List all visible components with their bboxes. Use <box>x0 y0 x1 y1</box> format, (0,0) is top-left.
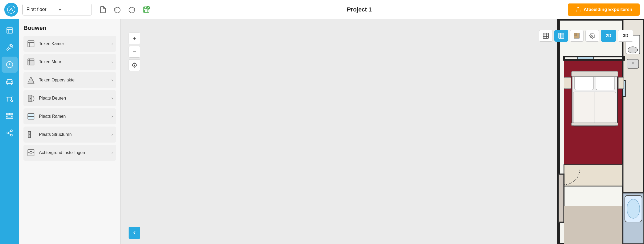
svg-marker-26 <box>28 77 34 83</box>
svg-point-41 <box>134 65 135 66</box>
panel-item-plaats-deuren[interactable]: Plaats Deuren › <box>23 90 116 106</box>
svg-rect-73 <box>618 77 624 89</box>
view-wireframe-fill-button[interactable] <box>554 30 568 42</box>
panel-item-plaats-ramen[interactable]: Plaats Ramen › <box>23 108 116 124</box>
wall-draw-icon <box>27 58 35 66</box>
settings-icon <box>27 148 35 157</box>
crosshair-icon <box>132 62 137 68</box>
svg-point-19 <box>7 132 9 134</box>
toolbar-icons <box>98 5 151 14</box>
door-icon <box>27 94 35 103</box>
export-icon <box>575 7 581 13</box>
sidebar <box>0 19 19 244</box>
svg-rect-62 <box>577 57 593 59</box>
panel-item-plaats-structuren[interactable]: Plaats Structuren › <box>23 127 116 143</box>
arrow-left-icon <box>132 230 137 236</box>
topbar: First floor ▼ <box>0 0 644 19</box>
chevron-right-icon: › <box>112 132 113 137</box>
svg-rect-76 <box>564 206 623 244</box>
svg-rect-72 <box>564 77 571 89</box>
panel-item-label: Teken Oppervlakte <box>39 78 108 82</box>
view-2d-label: 2D <box>606 33 611 38</box>
svg-line-21 <box>9 133 11 135</box>
panel-item-teken-oppervlakte[interactable]: Teken Oppervlakte › <box>23 72 116 88</box>
texture-icon <box>573 32 580 39</box>
panel-item-achtergrond-instellingen[interactable]: Achtergrond Instellingen › <box>23 145 116 161</box>
center-view-button[interactable] <box>129 59 140 71</box>
panel-item-label: Achtergrond Instellingen <box>39 150 108 155</box>
svg-rect-14 <box>6 118 13 119</box>
panel-title: Bouwen <box>23 25 116 32</box>
sidebar-item-paint[interactable] <box>2 91 18 107</box>
canvas-area[interactable]: + − <box>121 19 644 244</box>
zoom-in-button[interactable]: + <box>129 33 140 44</box>
sidebar-item-furniture[interactable] <box>2 74 18 90</box>
chevron-right-icon: › <box>112 150 113 155</box>
zoom-controls: + − <box>129 33 140 71</box>
view-controls: 2D 3D <box>539 30 633 42</box>
svg-point-35 <box>30 151 32 154</box>
panel-item-label: Plaats Ramen <box>39 114 108 119</box>
undo-button[interactable] <box>113 5 122 14</box>
floorplan-preview <box>543 19 644 244</box>
svg-point-79 <box>627 199 640 218</box>
new-file-button[interactable] <box>98 5 108 14</box>
sidebar-item-floor-plan[interactable] <box>2 22 18 38</box>
svg-rect-70 <box>571 71 618 77</box>
svg-rect-24 <box>28 59 34 65</box>
chevron-right-icon: › <box>112 60 113 64</box>
svg-rect-4 <box>7 28 13 33</box>
view-settings-button[interactable] <box>585 30 599 42</box>
svg-rect-47 <box>559 33 564 38</box>
redo-button[interactable] <box>127 5 137 14</box>
wireframe-outline-icon <box>542 32 549 39</box>
svg-rect-42 <box>543 33 548 38</box>
svg-point-58 <box>628 47 638 53</box>
room-icon <box>27 40 35 48</box>
sidebar-item-tools[interactable] <box>2 40 18 56</box>
settings2-icon <box>589 33 595 39</box>
floor-selector-value: First floor <box>26 7 56 12</box>
view-3d-button[interactable]: 3D <box>618 30 633 42</box>
svg-rect-23 <box>28 41 34 47</box>
view-wireframe-outline-button[interactable] <box>539 30 553 42</box>
export-button[interactable]: Afbeelding Exporteren <box>568 3 640 16</box>
surface-icon <box>27 76 35 84</box>
svg-rect-65 <box>575 75 593 90</box>
panel-item-teken-kamer[interactable]: Teken Kamer › <box>23 36 116 52</box>
floor-selector[interactable]: First floor ▼ <box>22 4 92 15</box>
zoom-out-button[interactable]: − <box>129 46 140 58</box>
chevron-right-icon: › <box>112 41 113 46</box>
panel-item-label: Teken Muur <box>39 60 108 64</box>
panel: Bouwen Teken Kamer › Teken Muur › <box>19 19 121 244</box>
chevron-right-icon: › <box>112 96 113 101</box>
svg-rect-66 <box>596 75 615 90</box>
svg-point-18 <box>11 130 13 132</box>
view-3d-label: 3D <box>623 33 628 38</box>
svg-rect-75 <box>559 174 564 222</box>
save-button[interactable] <box>141 5 151 14</box>
svg-point-52 <box>591 35 593 37</box>
panel-item-teken-muur[interactable]: Teken Muur › <box>23 54 116 70</box>
svg-rect-71 <box>571 123 618 125</box>
window-icon <box>27 112 35 121</box>
wireframe-fill-icon <box>558 32 565 39</box>
panel-item-label: Teken Kamer <box>39 41 108 46</box>
svg-point-60 <box>632 62 634 64</box>
sidebar-item-share[interactable] <box>2 125 18 141</box>
structure-icon <box>27 130 35 139</box>
chevron-right-icon: › <box>112 114 113 119</box>
view-textured-button[interactable] <box>570 30 584 42</box>
add-button[interactable] <box>129 227 140 239</box>
chevron-down-icon: ▼ <box>58 7 88 12</box>
panel-item-label: Plaats Deuren <box>39 96 108 101</box>
svg-line-22 <box>9 131 11 133</box>
main-layout: Bouwen Teken Kamer › Teken Muur › <box>0 19 644 244</box>
svg-point-20 <box>11 134 13 136</box>
logo-button[interactable] <box>4 3 18 17</box>
sidebar-item-wall[interactable] <box>2 108 18 124</box>
chevron-right-icon: › <box>112 78 113 82</box>
svg-rect-51 <box>574 33 577 36</box>
view-2d-button[interactable]: 2D <box>601 30 616 42</box>
sidebar-item-info[interactable] <box>2 57 18 73</box>
